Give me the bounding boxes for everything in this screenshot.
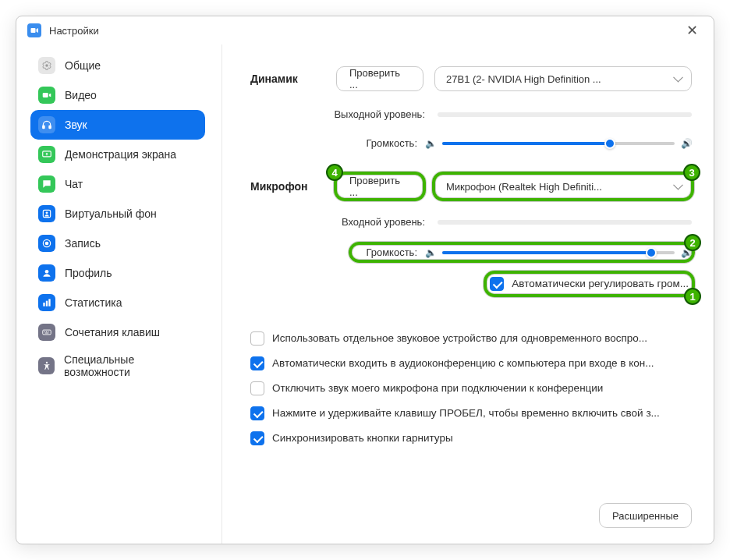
sidebar-item-statistics[interactable]: Статистика	[30, 288, 205, 317]
option-label: Нажмите и удерживайте клавишу ПРОБЕЛ, чт…	[272, 406, 692, 420]
svg-rect-13	[48, 299, 50, 306]
footer: Расширенные	[250, 487, 692, 528]
camera-icon	[38, 87, 55, 104]
option-label: Автоматически входить в аудиоконференцию…	[272, 356, 692, 370]
sidebar-item-audio[interactable]: Звук	[30, 110, 205, 140]
option-label: Синхронизировать кнопки гарнитуры	[272, 431, 692, 445]
sidebar-item-label: Общие	[65, 59, 101, 72]
svg-rect-16	[46, 331, 47, 332]
svg-rect-4	[49, 126, 51, 129]
virtual-bg-icon	[38, 205, 55, 222]
option-sync-headset-buttons: Синхронизировать кнопки гарнитуры	[250, 431, 692, 445]
svg-point-19	[45, 362, 47, 363]
audio-options: Использовать отдельное звуковое устройст…	[250, 321, 692, 445]
sidebar-item-accessibility[interactable]: Специальные возможности	[30, 347, 205, 385]
window-title: Настройки	[49, 25, 99, 37]
checkbox[interactable]	[250, 381, 264, 395]
chat-icon	[38, 175, 55, 193]
sidebar-item-label: Чат	[65, 178, 83, 190]
sidebar-item-label: Запись	[65, 237, 101, 250]
svg-rect-3	[43, 126, 44, 129]
speaker-device-select[interactable]: 27B1 (2- NVIDIA High Definition ...	[434, 66, 692, 91]
checkbox[interactable]	[250, 431, 264, 445]
sidebar-item-shortcuts[interactable]: Сочетания клавиш	[30, 317, 205, 347]
sidebar-item-label: Сочетания клавиш	[65, 326, 160, 338]
svg-point-1	[45, 64, 48, 67]
output-level-meter	[438, 112, 692, 117]
annotation-badge-3: 3	[683, 164, 700, 181]
settings-window: Настройки ✕ Общие Видео Звук Демонстраци…	[16, 16, 714, 544]
mic-volume-slider[interactable]	[442, 251, 675, 254]
auto-adjust-volume-label: Автоматически регулировать гром...	[512, 277, 689, 291]
svg-rect-12	[46, 301, 48, 307]
record-icon	[38, 235, 55, 252]
headphones-icon	[38, 116, 55, 133]
svg-point-9	[45, 242, 49, 246]
svg-rect-0	[31, 28, 36, 33]
sidebar-item-label: Видео	[65, 89, 97, 101]
speaker-volume-label: Громкость:	[250, 137, 425, 149]
sidebar-item-share-screen[interactable]: Демонстрация экрана	[30, 140, 205, 169]
annotation-badge-1: 1	[684, 288, 701, 305]
sidebar-item-label: Звук	[65, 119, 87, 131]
sidebar-item-label: Профиль	[65, 267, 112, 279]
option-auto-join-audio: Автоматически входить в аудиоконференцию…	[250, 356, 692, 370]
sidebar-item-label: Специальные возможности	[64, 353, 197, 378]
svg-point-7	[46, 211, 48, 214]
option-label: Использовать отдельное звуковое устройст…	[272, 331, 692, 346]
option-space-to-unmute: Нажмите и удерживайте клавишу ПРОБЕЛ, чт…	[250, 406, 692, 420]
sidebar-item-label: Демонстрация экрана	[65, 148, 176, 161]
checkbox[interactable]	[250, 356, 264, 370]
sidebar-item-video[interactable]: Видео	[30, 80, 205, 110]
sidebar-item-profile[interactable]: Профиль	[30, 258, 205, 288]
annotation-badge-4: 4	[326, 164, 343, 181]
close-button[interactable]: ✕	[682, 19, 703, 42]
volume-low-icon: 🔈	[425, 247, 436, 258]
option-separate-device: Использовать отдельное звуковое устройст…	[250, 331, 692, 346]
checkbox[interactable]	[250, 406, 264, 420]
volume-high-icon: 🔊	[681, 138, 692, 149]
profile-icon	[38, 264, 55, 282]
output-level-label: Выходной уровень:	[250, 108, 438, 120]
keyboard-icon	[38, 324, 55, 341]
option-label: Отключить звук моего микрофона при подкл…	[272, 381, 692, 395]
sidebar-item-label: Виртуальный фон	[65, 207, 157, 220]
checkbox[interactable]	[250, 331, 264, 346]
sidebar-item-recording[interactable]: Запись	[30, 229, 205, 258]
svg-rect-11	[43, 303, 44, 307]
accessibility-icon	[38, 357, 55, 374]
titlebar: Настройки ✕	[16, 16, 714, 44]
auto-adjust-volume-row: Автоматически регулировать гром... 1	[487, 274, 692, 294]
speaker-section: Динамик Проверить ... 27B1 (2- NVIDIA Hi…	[250, 66, 692, 149]
sidebar-item-virtual-background[interactable]: Виртуальный фон	[30, 199, 205, 229]
svg-rect-18	[45, 333, 49, 334]
input-level-label: Входной уровень:	[250, 216, 438, 228]
main-panel: Динамик Проверить ... 27B1 (2- NVIDIA Hi…	[222, 44, 714, 544]
microphone-section: Микрофон Проверить ... 4 Микрофон (Realt…	[250, 174, 692, 294]
speaker-volume-slider[interactable]	[442, 142, 675, 145]
auto-adjust-volume-checkbox[interactable]	[490, 277, 504, 291]
mic-volume-label: Громкость:	[352, 246, 425, 258]
speaker-test-button[interactable]: Проверить ...	[336, 66, 423, 91]
mic-test-button[interactable]: Проверить ... 4	[336, 174, 423, 199]
svg-rect-17	[48, 331, 48, 332]
gear-icon	[38, 57, 55, 74]
option-mute-on-join: Отключить звук моего микрофона при подкл…	[250, 381, 692, 395]
app-icon	[27, 23, 41, 37]
share-screen-icon	[38, 146, 55, 163]
input-level-meter	[438, 220, 692, 225]
stats-icon	[38, 294, 55, 311]
svg-point-10	[45, 270, 49, 274]
speaker-label: Динамик	[250, 73, 336, 85]
svg-rect-15	[44, 331, 45, 332]
mic-volume-row: Громкость: 🔈 🔊 2	[352, 245, 692, 260]
svg-rect-2	[43, 93, 48, 97]
annotation-badge-2: 2	[684, 234, 701, 251]
sidebar-item-chat[interactable]: Чат	[30, 169, 205, 199]
sidebar-item-label: Статистика	[65, 296, 122, 309]
mic-device-select[interactable]: Микрофон (Realtek High Definiti... 3	[434, 174, 692, 199]
sidebar-item-general[interactable]: Общие	[30, 51, 205, 80]
mic-label: Микрофон	[250, 180, 336, 193]
volume-low-icon: 🔈	[425, 138, 436, 149]
advanced-button[interactable]: Расширенные	[599, 503, 692, 528]
